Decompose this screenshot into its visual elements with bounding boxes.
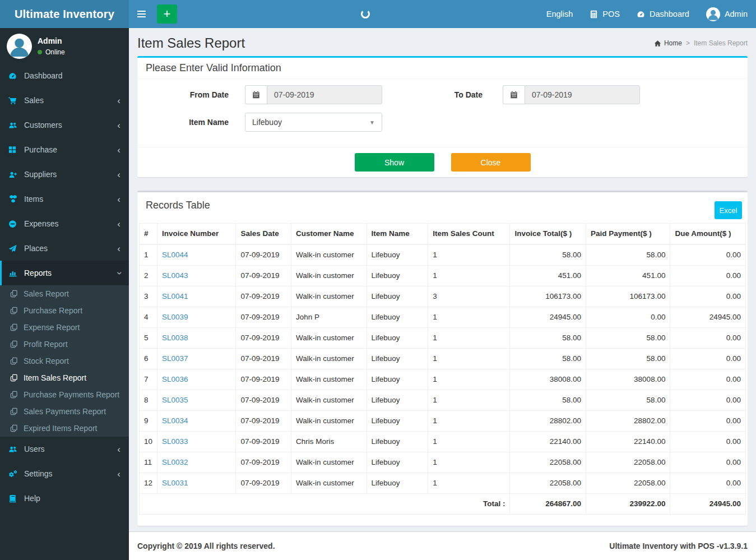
sidebar-subitem-expense-report[interactable]: Expense Report xyxy=(0,319,129,336)
invoice-link[interactable]: SL0035 xyxy=(162,396,188,404)
sidebar-subitem-stock-report[interactable]: Stock Report xyxy=(0,353,129,369)
table-cell: 1 xyxy=(428,349,510,369)
table-cell: 6 xyxy=(140,349,157,369)
table-cell: 1 xyxy=(428,328,510,349)
sidebar-item-places[interactable]: Places‹ xyxy=(0,236,129,261)
chevron-left-icon: ‹ xyxy=(117,469,120,479)
invoice-link[interactable]: SL0031 xyxy=(162,479,188,487)
table-cell: 28802.00 xyxy=(586,411,670,432)
sidebar-item-reports[interactable]: Reports‹ xyxy=(0,261,129,285)
sidebar-subitem-profit-report[interactable]: Profit Report xyxy=(0,336,129,353)
sidebar-subitem-label: Purchase Payments Report xyxy=(24,390,119,399)
sidebar-subitem-purchase-report[interactable]: Purchase Report xyxy=(0,302,129,319)
from-date-input[interactable] xyxy=(267,85,382,104)
chevron-left-icon: ‹ xyxy=(117,445,120,454)
column-header-item-sales-count: Item Sales Count xyxy=(428,224,510,245)
user-name: Admin xyxy=(38,36,65,45)
user-avatar xyxy=(7,34,32,59)
table-row: 5SL003807-09-2019Walk-in customerLifebuo… xyxy=(140,328,746,349)
invoice-link[interactable]: SL0039 xyxy=(162,313,188,321)
sidebar-item-suppliers[interactable]: Suppliers‹ xyxy=(0,162,129,187)
app-logo[interactable]: Ultimate Inventory xyxy=(0,0,129,28)
sidebar-item-items[interactable]: Items‹ xyxy=(0,187,129,211)
invoice-link[interactable]: SL0044 xyxy=(162,251,188,259)
breadcrumb: Home > Item Sales Report xyxy=(654,39,748,47)
calculator-icon xyxy=(590,10,598,18)
to-date-input[interactable] xyxy=(525,85,640,104)
filter-actions: Show Close xyxy=(137,147,748,177)
invoice-link[interactable]: SL0032 xyxy=(162,458,188,466)
close-button[interactable]: Close xyxy=(451,153,531,172)
sidebar-item-label: Settings xyxy=(24,469,53,478)
sidebar-subitem-label: Purchase Report xyxy=(24,306,82,315)
sidebar-item-settings[interactable]: Settings‹ xyxy=(0,461,129,486)
invoice-link[interactable]: SL0043 xyxy=(162,271,188,280)
files-icon xyxy=(10,424,18,432)
sidebar-item-dashboard[interactable]: Dashboard xyxy=(0,63,129,88)
table-cell: 4 xyxy=(140,307,157,328)
nav-label: POS xyxy=(602,10,620,18)
cell-invoice-number: SL0038 xyxy=(157,328,236,349)
nav-dashboard[interactable]: Dashboard xyxy=(628,0,698,28)
quick-add-button[interactable]: + xyxy=(157,4,177,24)
table-cell: 0.00 xyxy=(670,369,746,390)
column-header-item-name: Item Name xyxy=(367,224,428,245)
nav-pos[interactable]: POS xyxy=(581,0,628,28)
sidebar-subitem-expired-items-report[interactable]: Expired Items Report xyxy=(0,420,129,437)
total-invoice: 264867.00 xyxy=(510,494,586,515)
table-cell: Lifebuoy xyxy=(367,411,428,432)
invoice-link[interactable]: SL0041 xyxy=(162,292,188,300)
nav-language[interactable]: English xyxy=(538,0,582,28)
sidebar-subitem-purchase-payments-report[interactable]: Purchase Payments Report xyxy=(0,386,129,403)
invoice-link[interactable]: SL0033 xyxy=(162,437,188,446)
table-cell: 58.00 xyxy=(586,244,670,266)
excel-export-button[interactable]: Excel xyxy=(715,201,742,219)
sidebar-item-label: Sales xyxy=(24,96,44,105)
sidebar-subitem-item-sales-report[interactable]: Item Sales Report xyxy=(0,369,129,386)
grid-icon xyxy=(8,146,20,154)
table-cell: Walk-in customer xyxy=(291,328,367,349)
table-row: 2SL004307-09-2019Walk-in customerLifebuo… xyxy=(140,266,746,286)
sidebar-toggle-button[interactable] xyxy=(129,0,154,28)
sidebar-subitem-sales-payments-report[interactable]: Sales Payments Report xyxy=(0,403,129,420)
sidebar-item-help[interactable]: Help xyxy=(0,486,129,511)
table-row: 7SL003607-09-2019Walk-in customerLifebuo… xyxy=(140,369,746,390)
sidebar-item-customers[interactable]: Customers‹ xyxy=(0,113,129,137)
sidebar-item-expenses[interactable]: Expenses‹ xyxy=(0,211,129,236)
invoice-link[interactable]: SL0034 xyxy=(162,416,188,425)
sidebar-item-label: Users xyxy=(24,445,45,453)
total-paid: 239922.00 xyxy=(586,494,670,515)
paper-plane-icon xyxy=(8,244,20,253)
sidebar-subitem-label: Profit Report xyxy=(24,340,68,349)
table-cell: 1 xyxy=(140,244,157,266)
table-cell: 0.00 xyxy=(670,432,746,452)
table-cell: 07-09-2019 xyxy=(236,432,291,452)
calendar-icon xyxy=(503,85,525,104)
sidebar-subitem-sales-report[interactable]: Sales Report xyxy=(0,285,129,302)
show-button[interactable]: Show xyxy=(355,153,434,172)
chevron-left-icon: ‹ xyxy=(117,244,120,253)
breadcrumb-home-link[interactable]: Home xyxy=(654,39,682,47)
nav-admin[interactable]: Admin xyxy=(698,0,756,28)
table-cell: 07-09-2019 xyxy=(236,307,291,328)
invoice-link[interactable]: SL0037 xyxy=(162,354,188,363)
files-icon xyxy=(10,408,18,415)
chevron-left-icon: ‹ xyxy=(117,96,120,105)
files-icon xyxy=(10,357,18,365)
page-footer: Copyright © 2019 All rights reserved. Ul… xyxy=(129,531,756,560)
sidebar-item-purchase[interactable]: Purchase‹ xyxy=(0,137,129,162)
invoice-link[interactable]: SL0036 xyxy=(162,375,188,383)
table-cell: 11 xyxy=(140,452,157,473)
avatar-icon xyxy=(706,7,720,21)
table-cell: 1 xyxy=(428,411,510,432)
table-cell: 106173.00 xyxy=(586,286,670,307)
app-title: Ultimate Inventory xyxy=(15,8,114,21)
sidebar-item-sales[interactable]: Sales‹ xyxy=(0,88,129,113)
invoice-link[interactable]: SL0038 xyxy=(162,334,188,342)
sidebar-item-label: Dashboard xyxy=(24,71,63,80)
cart-icon xyxy=(8,96,20,105)
column-header-due-amount-: Due Amount($ ) xyxy=(670,224,746,245)
item-name-select[interactable]: Lifebuoy ▼ xyxy=(245,113,382,132)
sidebar-item-users[interactable]: Users‹ xyxy=(0,437,129,461)
table-cell: Lifebuoy xyxy=(367,266,428,286)
